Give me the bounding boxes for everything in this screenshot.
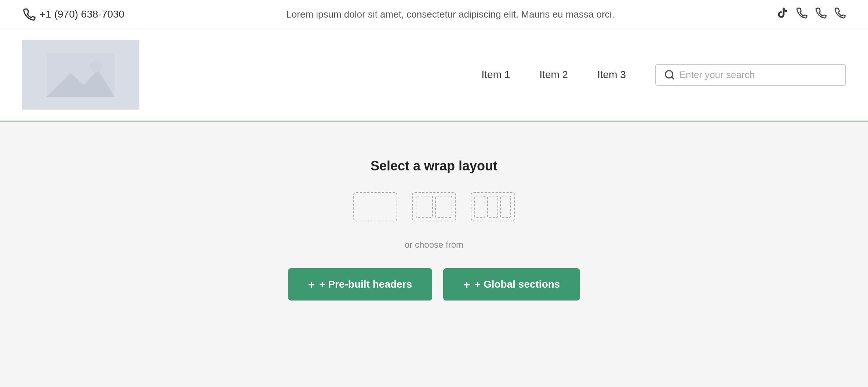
nav-item-1[interactable]: Item 1 — [482, 69, 510, 81]
logo-placeholder — [22, 40, 139, 110]
nav-item-3[interactable]: Item 3 — [597, 69, 626, 81]
search-box[interactable] — [655, 64, 846, 86]
prebuilt-headers-label: + Pre-built headers — [319, 279, 412, 290]
cta-buttons: + + Pre-built headers + + Global section… — [288, 268, 580, 301]
layout-triple[interactable] — [471, 192, 515, 221]
top-bar-right — [776, 7, 846, 22]
select-section: Select a wrap layout or choose from + + … — [0, 122, 868, 330]
top-bar-center: Lorem ipsum dolor sit amet, consectetur … — [124, 9, 776, 20]
prebuilt-headers-button[interactable]: + + Pre-built headers — [288, 268, 433, 301]
page-wrapper: +1 (970) 638-7030 Lorem ipsum dolor sit … — [0, 0, 868, 330]
top-bar: +1 (970) 638-7030 Lorem ipsum dolor sit … — [0, 0, 868, 29]
logo-image — [44, 53, 117, 97]
green-divider — [0, 121, 868, 122]
social-phone-icon-2[interactable] — [814, 7, 827, 22]
phone-icon-wrap: +1 (970) 638-7030 — [22, 7, 124, 21]
select-title: Select a wrap layout — [371, 158, 497, 174]
layout-double-col2 — [435, 196, 452, 218]
layout-triple-col3 — [500, 196, 511, 218]
layout-double-col1 — [416, 196, 433, 218]
phone-icon — [22, 7, 36, 21]
global-plus-icon: + — [463, 279, 470, 290]
header-nav: Item 1 Item 2 Item 3 — [0, 29, 868, 121]
layout-double[interactable] — [412, 192, 456, 221]
svg-line-4 — [672, 77, 674, 79]
tagline-text: Lorem ipsum dolor sit amet, consectetur … — [286, 9, 614, 20]
svg-point-2 — [90, 60, 102, 72]
layout-triple-col2 — [487, 196, 498, 218]
layout-options — [353, 192, 515, 221]
top-bar-left: +1 (970) 638-7030 — [22, 7, 124, 21]
nav-items: Item 1 Item 2 Item 3 — [482, 69, 626, 81]
global-sections-label: + Global sections — [475, 279, 560, 290]
layout-single[interactable] — [353, 192, 397, 221]
nav-item-2[interactable]: Item 2 — [539, 69, 568, 81]
tiktok-icon[interactable] — [776, 7, 789, 22]
phone-number: +1 (970) 638-7030 — [40, 8, 124, 20]
search-icon — [664, 69, 675, 80]
prebuilt-plus-icon: + — [308, 279, 315, 290]
global-sections-button[interactable]: + + Global sections — [443, 268, 580, 301]
nav-right: Item 1 Item 2 Item 3 — [482, 64, 846, 86]
social-phone-icon-1[interactable] — [795, 7, 808, 22]
social-phone-icon-3[interactable] — [834, 7, 846, 22]
search-input[interactable] — [679, 69, 837, 81]
or-choose-text: or choose from — [405, 240, 463, 250]
layout-triple-col1 — [474, 196, 485, 218]
